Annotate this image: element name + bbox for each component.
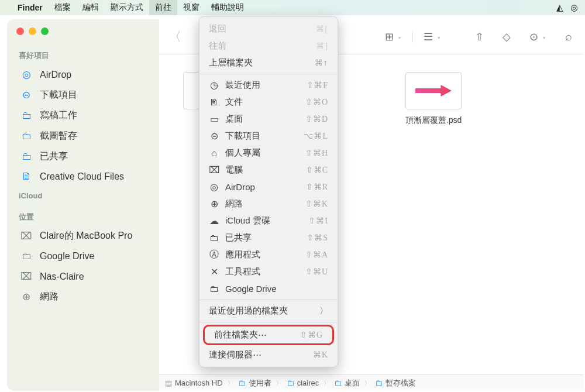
file-item[interactable]: 頂漸層覆蓋.psd xyxy=(395,72,472,126)
sidebar: 喜好項目 ◎AirDrop ⊝下載項目 🗀寫稿工作 🗀截圖暫存 🗀已共享 🗎Cr… xyxy=(7,19,159,391)
laptop-icon: ⌧ xyxy=(20,270,33,283)
tools-icon: ✕ xyxy=(209,266,219,277)
sidebar-item-downloads[interactable]: ⊝下載項目 xyxy=(19,85,147,105)
close-button[interactable] xyxy=(16,27,24,35)
path-segment[interactable]: 🗀使用者 xyxy=(238,378,271,388)
disk-icon: ▤ xyxy=(165,379,172,387)
action-button[interactable]: ⊙⌄ xyxy=(527,30,549,43)
section-favorites: 喜好項目 xyxy=(19,50,147,61)
download-icon: ⊝ xyxy=(209,130,219,142)
toolbar-separator xyxy=(412,31,413,43)
menu-help[interactable]: 輔助說明 xyxy=(205,0,250,15)
folder-icon: 🗀 xyxy=(334,379,342,387)
menu-separator xyxy=(199,74,338,74)
chevron-right-icon: 〉 xyxy=(276,379,282,387)
menu-item-computer[interactable]: ⌧電腦⇧⌘C xyxy=(199,161,338,178)
minimize-button[interactable] xyxy=(29,27,36,35)
document-icon: 🗎 xyxy=(20,171,33,183)
menu-view[interactable]: 顯示方式 xyxy=(105,0,149,15)
chevron-right-icon: 〉 xyxy=(319,305,328,317)
window-controls xyxy=(7,25,159,46)
menu-separator xyxy=(199,300,338,300)
tags-button[interactable]: ◇ xyxy=(500,30,513,43)
sidebar-item-shared[interactable]: 🗀已共享 xyxy=(19,146,147,167)
menu-edit[interactable]: 編輯 xyxy=(77,0,105,15)
sidebar-item-macbook[interactable]: ⌧Claire的 MacBook Pro xyxy=(19,226,147,246)
sidebar-item-label: 截圖暫存 xyxy=(40,130,77,142)
menu-item-icloud[interactable]: ☁iCloud 雲碟⇧⌘I xyxy=(199,212,338,229)
folder-icon: 🗀 xyxy=(238,379,246,387)
menu-item-applications[interactable]: Ⓐ應用程式⇧⌘A xyxy=(199,246,338,263)
status-icon-1[interactable]: ◭ xyxy=(556,2,563,13)
folder-icon: 🗀 xyxy=(20,250,33,262)
sidebar-item-label: 下載項目 xyxy=(40,89,77,101)
menu-window[interactable]: 視窗 xyxy=(177,0,205,15)
menu-item-network[interactable]: ⊕網路⇧⌘K xyxy=(199,195,338,212)
search-button[interactable]: ⌕ xyxy=(563,30,574,43)
sidebar-item-label: Google Drive xyxy=(40,251,94,262)
shared-folder-icon: 🗀 xyxy=(20,151,33,163)
sidebar-item-cc[interactable]: 🗎Creative Cloud Files xyxy=(19,167,147,187)
menu-item-recent-folders[interactable]: 最近使用過的檔案夾〉 xyxy=(199,302,338,319)
sidebar-item-airdrop[interactable]: ◎AirDrop xyxy=(19,64,147,85)
sidebar-item-label: Claire的 MacBook Pro xyxy=(40,230,132,242)
sidebar-item-folder1[interactable]: 🗀寫稿工作 xyxy=(19,105,147,126)
folder-icon: 🗀 xyxy=(209,284,219,294)
sidebar-item-nas[interactable]: ⌧Nas-Claire xyxy=(19,266,147,287)
back-button[interactable]: 〈 xyxy=(168,28,181,46)
menu-item-go-to-folder[interactable]: 前往檔案夾⋯⇧⌘G xyxy=(205,326,332,343)
highlight-annotation: 前往檔案夾⋯⇧⌘G xyxy=(203,325,334,345)
chevron-down-icon: ⌄ xyxy=(436,33,441,40)
desktop-icon: ▭ xyxy=(209,114,219,125)
section-locations: 位置 xyxy=(19,212,147,222)
menu-item-gdrive[interactable]: 🗀Google Drive xyxy=(199,280,338,297)
path-segment[interactable]: ▤Macintosh HD xyxy=(165,379,223,387)
sidebar-item-label: 寫稿工作 xyxy=(40,109,77,122)
go-menu-dropdown: 返回⌘[ 往前⌘] 上層檔案夾⌘↑ ◷最近使用⇧⌘F 🗎文件⇧⌘O ▭桌面⇧⌘D… xyxy=(199,16,338,367)
group-by-button[interactable]: ☰⌄ xyxy=(421,30,443,43)
menu-item-desktop[interactable]: ▭桌面⇧⌘D xyxy=(199,111,338,128)
menu-item-downloads[interactable]: ⊝下載項目⌥⌘L xyxy=(199,128,338,145)
share-button[interactable]: ⇧ xyxy=(473,30,486,43)
folder-icon: 🗀 xyxy=(287,379,294,387)
laptop-icon: ⌧ xyxy=(20,230,33,242)
menu-item-home[interactable]: ⌂個人專屬⇧⌘H xyxy=(199,145,338,161)
zoom-button[interactable] xyxy=(41,27,49,35)
sidebar-item-label: Nas-Claire xyxy=(40,271,84,282)
path-segment[interactable]: 🗀桌面 xyxy=(334,378,360,388)
menu-item-airdrop[interactable]: ◎AirDrop⇧⌘R xyxy=(199,178,338,195)
chevron-right-icon: 〉 xyxy=(364,379,370,387)
download-icon: ⊝ xyxy=(20,89,33,101)
sidebar-item-folder2[interactable]: 🗀截圖暫存 xyxy=(19,126,147,146)
path-bar: ▤Macintosh HD 〉 🗀使用者 〉 🗀clairec 〉 🗀桌面 〉 … xyxy=(159,374,584,391)
file-name: 頂漸層覆蓋.psd xyxy=(405,115,462,126)
chevron-down-icon: ⌄ xyxy=(542,33,546,40)
home-icon: ⌂ xyxy=(209,148,219,159)
chevron-right-icon: 〉 xyxy=(324,379,329,387)
globe-icon: ⊕ xyxy=(20,291,33,303)
view-mode-icons[interactable]: ⊞⌄ xyxy=(383,30,404,43)
folder-icon: 🗀 xyxy=(20,130,33,142)
menu-item-shared[interactable]: 🗀已共享⇧⌘S xyxy=(199,229,338,246)
sidebar-item-gdrive[interactable]: 🗀Google Drive xyxy=(19,246,147,266)
airdrop-icon: ◎ xyxy=(209,181,219,192)
clock-icon: ◷ xyxy=(209,80,219,91)
shared-folder-icon: 🗀 xyxy=(209,233,219,243)
app-name[interactable]: Finder xyxy=(12,3,49,12)
status-icon-2[interactable]: ◎ xyxy=(570,2,578,13)
path-segment[interactable]: 🗀暫存檔案 xyxy=(375,378,416,388)
system-menubar: Finder 檔案 編輯 顯示方式 前往 視窗 輔助說明 ◭ ◎ xyxy=(0,0,585,15)
folder-icon: 🗀 xyxy=(20,110,33,122)
menu-file[interactable]: 檔案 xyxy=(49,0,77,15)
menu-item-recents[interactable]: ◷最近使用⇧⌘F xyxy=(199,77,338,94)
laptop-icon: ⌧ xyxy=(209,164,219,176)
menu-item-documents[interactable]: 🗎文件⇧⌘O xyxy=(199,94,338,111)
menu-item-back: 返回⌘[ xyxy=(199,20,338,37)
path-segment[interactable]: 🗀clairec xyxy=(287,379,319,387)
menu-item-enclosing[interactable]: 上層檔案夾⌘↑ xyxy=(199,54,338,71)
menu-item-connect-server[interactable]: 連接伺服器⋯⌘K xyxy=(199,346,338,363)
menu-go[interactable]: 前往 xyxy=(149,0,177,15)
sidebar-item-network[interactable]: ⊕網路 xyxy=(19,287,147,307)
chevron-down-icon: ⌄ xyxy=(397,33,402,40)
menu-item-utilities[interactable]: ✕工具程式⇧⌘U xyxy=(199,263,338,280)
